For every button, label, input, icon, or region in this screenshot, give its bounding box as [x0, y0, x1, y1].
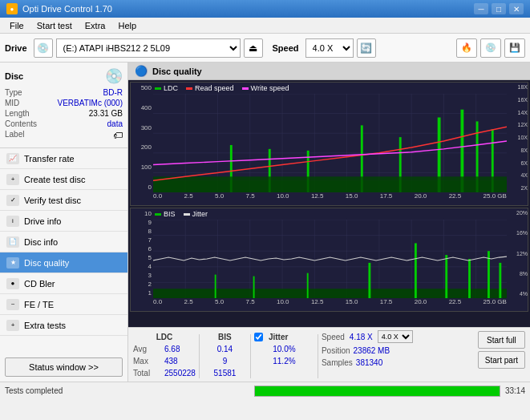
ldc-max: 438 — [164, 357, 178, 365]
jitter-checkbox[interactable] — [254, 333, 263, 341]
legend-write-speed: Write speed — [242, 84, 289, 92]
chart-bis: BIS Jitter 10 9 8 7 6 5 4 — [130, 208, 528, 312]
disc-type-value: BD-R — [103, 88, 123, 97]
samples-val: 381340 — [356, 358, 382, 367]
legend-jitter: Jitter — [184, 210, 208, 218]
nav-disc-quality[interactable]: ★ Disc quality — [0, 252, 127, 273]
content-title: Disc quality — [152, 67, 202, 76]
status-bar: Tests completed 33:14 — [0, 382, 530, 399]
burn-icon-button[interactable]: 🔥 — [456, 38, 477, 58]
chart-top-svg — [153, 94, 507, 192]
disc-icon-button[interactable]: 💿 — [480, 38, 501, 58]
legend-read-speed: Read speed — [186, 84, 234, 92]
app-icon: ● — [6, 3, 18, 14]
sidebar: Disc 💿 Type BD-R MID VERBATIMc (000) Len… — [0, 63, 128, 382]
speed-dropdown[interactable]: 4.0 X — [378, 330, 413, 343]
maximize-button[interactable]: □ — [492, 3, 506, 14]
speed-val: 4.18 X — [350, 333, 373, 341]
main-area: Disc 💿 Type BD-R MID VERBATIMc (000) Len… — [0, 63, 530, 382]
bis-header: BIS — [218, 333, 232, 341]
nav-fe-te[interactable]: ~ FE / TE — [0, 294, 127, 315]
start-full-button[interactable]: Start full — [478, 331, 525, 349]
disc-contents-label: Contents — [5, 119, 37, 128]
chart-bottom-svg — [153, 220, 507, 298]
speed-text-label: Speed — [322, 333, 345, 341]
chart-bottom-legend: BIS Jitter — [155, 210, 208, 218]
verify-test-disc-icon: ✓ — [6, 195, 19, 206]
minimize-button[interactable]: ─ — [474, 3, 488, 14]
disc-label-icon: 🏷 — [113, 130, 123, 141]
disc-quality-icon: ★ — [6, 257, 19, 269]
content-area: 🔵 Disc quality LDC Read speed — [128, 63, 530, 382]
drive-icon: 💿 — [34, 38, 53, 58]
drive-select[interactable]: (E:) ATAPI iHBS212 2 5L09 — [56, 38, 241, 58]
refresh-button[interactable]: 🔄 — [357, 38, 376, 58]
nav-transfer-rate[interactable]: 📈 Transfer rate — [0, 148, 127, 169]
disc-mid-value: VERBATIMc (000) — [58, 99, 123, 107]
chart-top-y-left: 500 400 300 200 100 0 — [131, 83, 153, 192]
total-label: Total — [133, 369, 161, 378]
chart-ldc: LDC Read speed Write speed 500 400 — [130, 82, 528, 206]
ldc-total: 2550228 — [164, 369, 196, 378]
menu-extra[interactable]: Extra — [79, 19, 112, 32]
disc-graphic-icon: 💿 — [105, 67, 123, 85]
close-button[interactable]: ✕ — [509, 3, 524, 14]
transfer-rate-icon: 📈 — [6, 153, 19, 164]
nav-verify-test-disc[interactable]: ✓ Verify test disc — [0, 190, 127, 211]
progress-bar — [255, 386, 500, 396]
ldc-section: LDC Avg 6.68 Max 438 Total 2550228 — [133, 331, 196, 378]
svg-rect-48 — [415, 243, 417, 298]
avg-label: Avg — [133, 345, 161, 353]
create-test-disc-icon: + — [6, 174, 19, 185]
speed-select[interactable]: 4.0 X — [305, 38, 354, 58]
window-controls: ─ □ ✕ — [474, 3, 524, 14]
menu-start-test[interactable]: Start test — [30, 19, 79, 32]
nav-create-test-disc[interactable]: + Create test disc — [0, 169, 127, 190]
status-window-button[interactable]: Status window >> — [5, 357, 123, 377]
nav-drive-info[interactable]: i Drive info — [0, 211, 127, 232]
drive-info-icon: i — [6, 216, 19, 227]
menu-bar: File Start test Extra Help — [0, 18, 530, 34]
svg-rect-50 — [468, 259, 471, 298]
toolbar: Drive 💿 (E:) ATAPI iHBS212 2 5L09 ⏏ Spee… — [0, 34, 530, 63]
chart-top-y-right: 18X 16X 14X 12X 10X 8X 6X 4X 2X — [507, 83, 528, 192]
samples-label: Samples — [322, 358, 353, 367]
nav-extra-tests[interactable]: + Extra tests — [0, 315, 127, 336]
jitter-avg: 10.0% — [254, 345, 314, 353]
svg-rect-26 — [153, 176, 507, 192]
ldc-header: LDC — [156, 333, 173, 341]
chart-bottom-y-left: 10 9 8 7 6 5 4 3 2 1 — [131, 208, 153, 298]
position-val: 23862 MB — [354, 346, 390, 355]
save-button[interactable]: 💾 — [504, 38, 525, 58]
disc-type-label: Type — [5, 88, 22, 97]
action-buttons: Start full Start part — [478, 331, 525, 369]
legend-bis: BIS — [155, 210, 176, 218]
info-bar: LDC Avg 6.68 Max 438 Total 2550228 — [128, 327, 530, 382]
speed-section: Speed 4.18 X 4.0 X Position 23862 MB Sam… — [322, 331, 413, 368]
bis-section: BIS 0.14 9 51581 — [203, 331, 247, 378]
status-time: 33:14 — [505, 386, 525, 395]
disc-contents-value: data — [107, 119, 123, 128]
nav-cd-bler[interactable]: ● CD Bler — [0, 273, 127, 294]
disc-title: Disc — [5, 71, 23, 81]
start-part-button[interactable]: Start part — [478, 351, 525, 369]
read-speed-legend-color — [186, 87, 192, 90]
jitter-header: Jitter — [269, 333, 288, 341]
app-title: Opti Drive Control 1.70 — [22, 4, 112, 14]
chart-top-x-axis: 0.0 2.5 5.0 7.5 10.0 12.5 15.0 17.5 20.0… — [153, 192, 507, 205]
svg-rect-52 — [499, 263, 501, 298]
svg-rect-45 — [253, 277, 255, 298]
svg-rect-46 — [307, 273, 309, 298]
bis-avg: 0.14 — [203, 345, 247, 353]
svg-rect-44 — [215, 275, 216, 298]
eject-button[interactable]: ⏏ — [244, 38, 263, 58]
disc-info-icon: 📄 — [6, 236, 19, 248]
nav-disc-info[interactable]: 📄 Disc info — [0, 232, 127, 252]
menu-file[interactable]: File — [3, 19, 30, 32]
menu-help[interactable]: Help — [111, 19, 143, 32]
ldc-legend-color — [155, 87, 161, 90]
svg-rect-47 — [368, 263, 370, 298]
status-text: Tests completed — [5, 386, 249, 395]
bis-max: 9 — [203, 357, 247, 365]
bis-total: 51581 — [203, 369, 247, 378]
